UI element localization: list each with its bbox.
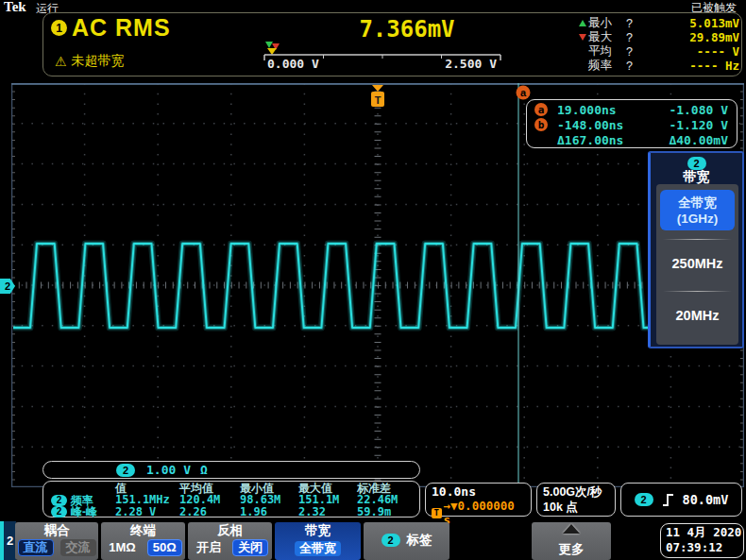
coupling-dc-option[interactable]: 直流 xyxy=(18,539,54,556)
cursor-delta-row: Δ167.00ns Δ40.00mV xyxy=(534,132,728,147)
menu-separator xyxy=(663,239,732,240)
date-text: 11 4月 2020 xyxy=(666,525,743,540)
cursor-delta-time: Δ167.00ns xyxy=(557,133,644,147)
channel-tab-label: 2 xyxy=(7,534,13,548)
stat-label: 频率 xyxy=(588,58,626,74)
stat-value: 5.013mV xyxy=(639,16,739,30)
table-cell: 59.9m xyxy=(357,506,414,518)
tek-logo: Tek xyxy=(4,0,26,15)
warning-icon: ⚠ xyxy=(55,55,67,68)
scale-max-label: 2.500 V xyxy=(438,57,497,71)
menu-item-250mhz[interactable]: 250MHz xyxy=(656,256,738,271)
bandwidth-menu-button[interactable]: 带宽 全带宽 xyxy=(275,522,361,560)
channel-1-badge: 1 xyxy=(51,20,67,36)
stat-qualifier: ? xyxy=(626,59,639,73)
channel-2-badge: 2 xyxy=(51,495,67,506)
time-per-division: 10.0ns xyxy=(432,484,525,499)
horizontal-delay: →▼0.000000 s xyxy=(444,499,525,527)
stat-row-min: 最小 ? 5.013mV xyxy=(577,16,739,30)
coupling-ac-option[interactable]: 交流 xyxy=(60,539,96,556)
bottom-menu-channel-tab: 2 xyxy=(0,521,16,560)
trigger-t-icon: T xyxy=(432,508,442,518)
termination-50ohm-option[interactable]: 50Ω xyxy=(147,539,182,556)
time-text: 07:39:12 xyxy=(666,540,743,555)
min-arrow-icon xyxy=(579,20,586,26)
cursor-a-volt: -1.080 V xyxy=(644,103,728,117)
side-menu-items: 全带宽 (1GHz) 250MHz 20MHz xyxy=(656,184,738,345)
table-cell: 1.96 xyxy=(240,506,298,518)
trigger-source-badge: 2 xyxy=(635,493,653,506)
label-channel-badge: 2 xyxy=(381,534,400,547)
sample-rate: 5.00G次/秒 xyxy=(543,484,609,500)
side-menu-channel-badge: 2 xyxy=(687,157,706,170)
invert-on-option[interactable]: 开启 xyxy=(192,540,226,555)
channel-2-badge: 2 xyxy=(51,506,67,518)
cursor-a-top-badge-label: a xyxy=(520,87,527,98)
value-marker-icon xyxy=(267,48,277,55)
max-arrow-icon xyxy=(579,34,586,41)
stat-qualifier: ? xyxy=(626,45,639,59)
cursor-b-badge: b xyxy=(534,118,548,131)
table-cell: 2.28 V xyxy=(115,506,179,518)
cursor-a-time: 19.000ns xyxy=(557,103,644,117)
stat-qualifier: ? xyxy=(626,17,639,30)
menu-separator xyxy=(663,291,732,292)
termination-menu-button[interactable]: 终端 1MΩ 50Ω xyxy=(101,522,185,560)
bandwidth-current-value: 全带宽 xyxy=(295,541,341,556)
side-menu-title: 带宽 xyxy=(684,170,710,184)
measurement-value: 7.366mV xyxy=(327,16,487,42)
rising-edge-icon xyxy=(662,493,674,507)
trigger-level-readout: 2 80.0mV xyxy=(620,483,742,517)
channel-2-marker-label: 2 xyxy=(5,280,10,292)
trigger-flag-label: T xyxy=(375,94,381,106)
channel-scale-readout: 2 1.00 V Ω xyxy=(42,461,420,479)
stat-row-mean: 平均 ? ---- V xyxy=(577,44,739,59)
menu-item-20mhz[interactable]: 20MHz xyxy=(656,308,738,323)
measurement-stats: 最小 ? 5.013mV 最大 ? 29.89mV 平均 ? ---- V 频率… xyxy=(577,16,739,73)
min-marker-icon xyxy=(265,42,273,48)
stat-qualifier: ? xyxy=(626,31,639,44)
more-up-arrow-icon xyxy=(563,524,580,534)
oscilloscope-screen: Tek 运行 已被触发 1 AC RMS ⚠ 未超带宽 7.366mV 0.00… xyxy=(0,0,746,560)
invert-menu-button[interactable]: 反相 开启 关闭 xyxy=(188,522,272,560)
bandwidth-side-menu: 2 带宽 全带宽 (1GHz) 250MHz 20MHz xyxy=(648,151,744,348)
stat-row-freq: 频率 ? ---- Hz xyxy=(577,59,739,73)
more-menu-button[interactable]: 更多 xyxy=(532,522,611,560)
measurement-title: AC RMS xyxy=(72,14,171,42)
stat-value: ---- Hz xyxy=(639,59,739,73)
measurement-name: 频率 xyxy=(71,495,93,506)
table-cell: 2.32 xyxy=(298,506,357,518)
stat-value: 29.89mV xyxy=(639,30,739,44)
table-cell: 2.26 xyxy=(179,506,240,518)
measurement-banner: 1 AC RMS ⚠ 未超带宽 7.366mV 0.000 V 2.500 V … xyxy=(42,12,742,76)
cursor-readout: a 19.000ns -1.080 V b -148.00ns -1.120 V… xyxy=(526,99,738,148)
stat-value: ---- V xyxy=(639,44,739,59)
table-row-label: 2 峰-峰 xyxy=(51,506,115,518)
menu-item-full-bandwidth[interactable]: 全带宽 (1GHz) xyxy=(660,190,735,230)
record-length: 10k 点 xyxy=(543,500,609,515)
menu-item-label-line1: 全带宽 xyxy=(678,195,717,211)
trigger-position-arrow-icon[interactable] xyxy=(372,85,383,92)
date-time-display: 11 4月 2020 07:39:12 xyxy=(660,523,744,558)
invert-off-option[interactable]: 关闭 xyxy=(232,539,268,556)
measurement-name: 峰-峰 xyxy=(71,506,97,518)
measurement-table: 值 平均值 最小值 最大值 标准差 2 频率 151.1MHz 120.4M 9… xyxy=(42,481,420,518)
scale-min-label: 0.000 V xyxy=(267,57,319,71)
cursor-a-row: a 19.000ns -1.080 V xyxy=(534,102,728,117)
acquisition-readout: 5.00G次/秒 10k 点 xyxy=(536,483,616,517)
channel-impedance: Ω xyxy=(200,463,208,477)
cursor-a-badge: a xyxy=(534,103,548,116)
bandwidth-warning: ⚠ 未超带宽 xyxy=(55,53,125,70)
cursor-b-volt: -1.120 V xyxy=(644,118,728,132)
bandwidth-title: 带宽 xyxy=(305,524,331,537)
warning-text: 未超带宽 xyxy=(72,53,125,70)
invert-title: 反相 xyxy=(217,524,243,537)
cursor-b-row: b -148.00ns -1.120 V xyxy=(534,117,728,132)
trigger-level: 80.0mV xyxy=(683,492,729,507)
channel-volts-per-div: 1.00 V xyxy=(146,463,191,477)
label-menu-button[interactable]: 2 标签 xyxy=(364,522,449,560)
label-title: 标签 xyxy=(407,534,432,547)
cursor-b-time: -148.00ns xyxy=(557,118,644,132)
coupling-menu-button[interactable]: 耦合 直流 交流 xyxy=(15,522,98,560)
termination-1m-option[interactable]: 1MΩ xyxy=(104,540,140,555)
